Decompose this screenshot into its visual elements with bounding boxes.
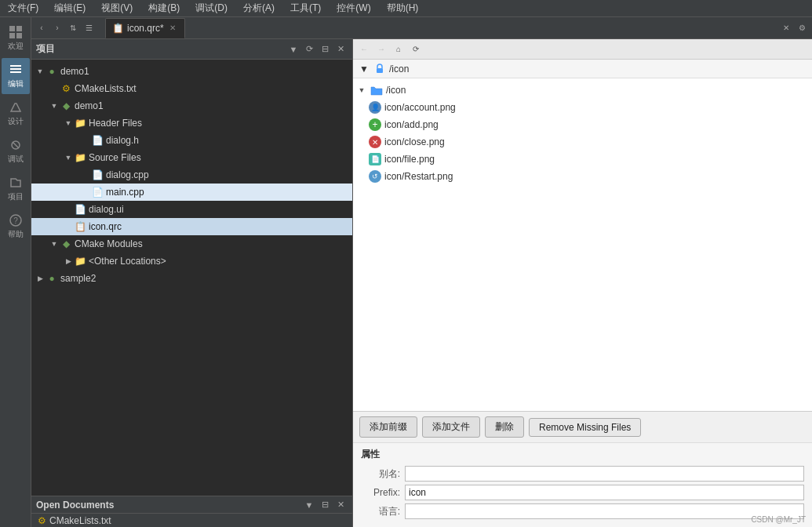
alias-label: 别名: <box>361 467 400 481</box>
resource-path-bar: ▼ /icon <box>353 60 812 78</box>
expand-demo1[interactable]: ▼ <box>35 66 46 77</box>
menu-file[interactable]: 文件(F) <box>3 1 43 16</box>
project-close-btn[interactable]: ✕ <box>333 42 348 56</box>
restart-icon: ↺ <box>369 170 381 183</box>
expand-other-locations[interactable]: ▶ <box>63 256 74 267</box>
tab-close-all-btn[interactable]: ✕ <box>779 21 793 35</box>
group-folder-icon <box>370 84 383 96</box>
menu-controls[interactable]: 控件(W) <box>332 1 375 16</box>
tree-item-demo1[interactable]: ▼ ● demo1 <box>31 63 352 80</box>
resource-item-add[interactable]: + icon/add.png <box>353 116 812 133</box>
expand-sample2[interactable]: ▶ <box>35 273 46 284</box>
delete-button[interactable]: 删除 <box>485 416 524 438</box>
resource-label-account: icon/account.png <box>384 102 456 113</box>
tab-split-btn[interactable]: ⇅ <box>66 21 80 35</box>
resource-item-restart[interactable]: ↺ icon/Restart.png <box>353 168 812 185</box>
open-docs-split-btn[interactable]: ⊟ <box>318 498 332 512</box>
sidebar-item-welcome[interactable]: 欢迎 <box>2 20 30 56</box>
tree-item-dialog-ui[interactable]: ▶ 📄 dialog.ui <box>31 201 352 218</box>
resource-label-file: icon/file.png <box>384 154 435 165</box>
ui-file-icon: 📄 <box>74 203 86 216</box>
svg-rect-2 <box>9 33 15 38</box>
properties-title: 属性 <box>361 448 804 461</box>
resource-group-label: /icon <box>386 85 406 96</box>
expand-cmake-modules[interactable]: ▼ <box>49 238 60 249</box>
tree-item-dialog-h[interactable]: ▶ 📄 dialog.h <box>31 132 352 149</box>
open-docs-filter-btn[interactable]: ▼ <box>302 498 316 512</box>
expand-header-files[interactable]: ▼ <box>63 118 74 129</box>
alias-input[interactable] <box>405 466 804 482</box>
sidebar-item-design[interactable]: 设计 <box>2 96 30 132</box>
add-file-button[interactable]: 添加文件 <box>422 416 480 438</box>
open-docs-actions: ▼ ⊟ ✕ <box>302 498 348 512</box>
tree-label-cmake: CMakeLists.txt <box>75 83 137 94</box>
tree-item-cmake[interactable]: ▶ ⚙ CMakeLists.txt <box>31 80 352 97</box>
sidebar-help-label: 帮助 <box>8 229 24 240</box>
tree-item-header-files[interactable]: ▼ 📁 Header Files <box>31 114 352 132</box>
tab-prev-btn[interactable]: ‹ <box>35 21 49 35</box>
tab-settings-btn[interactable]: ⚙ <box>795 21 809 35</box>
sidebar-item-debug[interactable]: 调试 <box>2 133 30 169</box>
sidebar-item-editor[interactable]: 编辑 <box>2 58 30 94</box>
sidebar-item-help[interactable]: ? 帮助 <box>2 209 30 245</box>
h-split: 项目 ▼ ⟳ ⊟ ✕ ▼ ● demo1 <box>31 39 812 527</box>
project-sync-btn[interactable]: ⟳ <box>302 42 316 56</box>
sample2-icon: ● <box>46 272 58 285</box>
language-input[interactable] <box>405 503 804 519</box>
resource-group-icon[interactable]: ▼ /icon <box>353 82 812 99</box>
cpp-file-icon-main: 📄 <box>91 186 104 198</box>
menu-build[interactable]: 构建(B) <box>144 1 184 16</box>
tab-close-btn[interactable]: ✕ <box>167 23 178 34</box>
tree-item-other-locations[interactable]: ▶ 📁 <Other Locations> <box>31 253 352 270</box>
tree-item-sample2[interactable]: ▶ ● sample2 <box>31 270 352 287</box>
expand-source-files[interactable]: ▼ <box>63 152 74 163</box>
remove-missing-button[interactable]: Remove Missing Files <box>529 418 641 437</box>
cmake-icon: ⚙ <box>60 82 72 95</box>
tree-label-dialog-ui: dialog.ui <box>89 204 124 215</box>
expand-demo1-sub[interactable]: ▼ <box>49 100 60 111</box>
tree-item-main-cpp[interactable]: ▶ 📄 main.cpp <box>31 184 352 201</box>
resource-refresh-btn[interactable]: ⟳ <box>408 42 424 57</box>
tree-label-main-cpp: main.cpp <box>106 187 144 198</box>
sidebar-editor-label: 编辑 <box>8 78 24 89</box>
resource-item-account[interactable]: 👤 icon/account.png <box>353 99 812 116</box>
account-icon: 👤 <box>369 101 381 114</box>
resource-item-close[interactable]: ✕ icon/close.png <box>353 133 812 151</box>
tab-icon-qrc[interactable]: 📋 icon.qrc* ✕ <box>105 18 185 38</box>
prefix-input[interactable] <box>405 485 804 500</box>
menu-tools[interactable]: 工具(T) <box>286 1 326 16</box>
tree-item-demo1-sub[interactable]: ▼ ◆ demo1 <box>31 97 352 114</box>
prop-row-prefix: Prefix: <box>361 485 804 500</box>
tree-label-dialog-cpp: dialog.cpp <box>106 169 149 180</box>
design-icon <box>9 100 23 114</box>
tab-next-btn[interactable]: › <box>50 21 64 35</box>
add-prefix-button[interactable]: 添加前缀 <box>359 416 417 438</box>
tree-item-icon-qrc[interactable]: ▶ 📋 icon.qrc <box>31 218 352 235</box>
menu-edit[interactable]: 编辑(E) <box>49 1 90 16</box>
resource-home-btn[interactable]: ⌂ <box>391 42 406 57</box>
menu-debug[interactable]: 调试(D) <box>191 1 232 16</box>
menu-view[interactable]: 视图(V) <box>96 1 137 16</box>
tree-label-header-files: Header Files <box>89 118 142 129</box>
open-docs-item-cmake[interactable]: ⚙ CMakeLists.txt <box>31 514 352 527</box>
tree-item-source-files[interactable]: ▼ 📁 Source Files <box>31 149 352 166</box>
resource-forward-btn[interactable]: → <box>373 42 389 57</box>
resource-back-btn[interactable]: ← <box>356 42 372 57</box>
svg-rect-4 <box>10 65 21 67</box>
sidebar-item-project[interactable]: 项目 <box>2 171 30 207</box>
resource-panel: ← → ⌂ ⟳ ▼ /icon ▼ <box>353 39 812 527</box>
tab-icon-qrc-label: icon.qrc* <box>127 23 164 34</box>
svg-rect-10 <box>377 68 383 73</box>
menu-help[interactable]: 帮助(H) <box>382 1 424 16</box>
tab-menu-btn[interactable]: ☰ <box>82 21 96 35</box>
resource-item-file[interactable]: 📄 icon/file.png <box>353 151 812 168</box>
project-split-btn[interactable]: ⊟ <box>318 42 332 56</box>
tree-item-dialog-cpp[interactable]: ▶ 📄 dialog.cpp <box>31 166 352 184</box>
sidebar-project-label: 项目 <box>8 191 24 202</box>
open-docs-close-btn[interactable]: ✕ <box>333 498 348 512</box>
folder-green-icon-demo1sub: ◆ <box>60 100 72 112</box>
project-filter-btn[interactable]: ▼ <box>286 42 300 56</box>
tree-item-cmake-modules[interactable]: ▼ ◆ CMake Modules <box>31 235 352 253</box>
qrc-file-icon: 📋 <box>74 220 86 233</box>
menu-analyze[interactable]: 分析(A) <box>239 1 279 16</box>
